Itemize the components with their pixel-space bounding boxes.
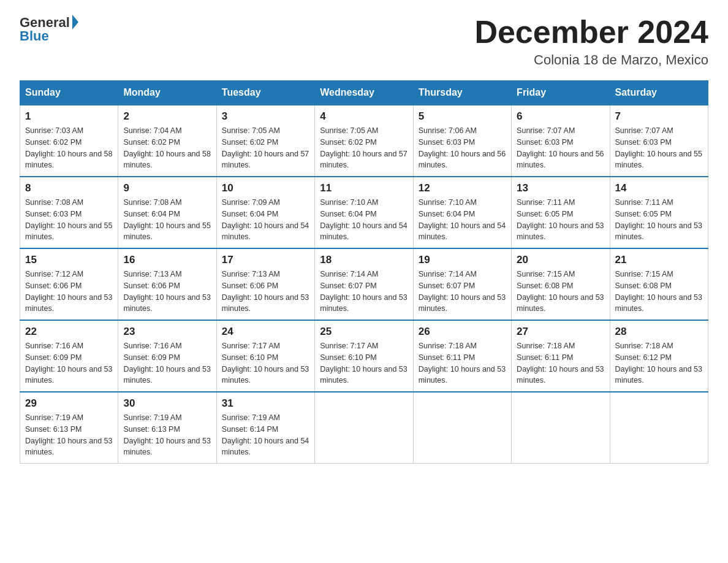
calendar-cell: 18 Sunrise: 7:14 AM Sunset: 6:07 PM Dayl…: [315, 248, 413, 320]
day-info: Sunrise: 7:18 AM Sunset: 6:11 PM Dayligh…: [419, 340, 506, 386]
day-number: 29: [25, 397, 113, 410]
day-info: Sunrise: 7:07 AM Sunset: 6:03 PM Dayligh…: [615, 125, 703, 171]
calendar-cell: 14 Sunrise: 7:11 AM Sunset: 6:05 PM Dayl…: [610, 177, 708, 248]
header-saturday: Saturday: [610, 81, 708, 105]
calendar-week-row-5: 29 Sunrise: 7:19 AM Sunset: 6:13 PM Dayl…: [20, 392, 708, 464]
day-info: Sunrise: 7:17 AM Sunset: 6:10 PM Dayligh…: [320, 340, 408, 386]
header-sunday: Sunday: [20, 81, 118, 105]
calendar-cell: 21 Sunrise: 7:15 AM Sunset: 6:08 PM Dayl…: [610, 248, 708, 320]
calendar-cell: 2 Sunrise: 7:04 AM Sunset: 6:02 PM Dayli…: [118, 105, 216, 177]
logo-arrow-icon: [72, 15, 78, 29]
calendar-cell: 5 Sunrise: 7:06 AM Sunset: 6:03 PM Dayli…: [413, 105, 511, 177]
day-number: 2: [123, 110, 211, 123]
day-number: 16: [123, 254, 211, 266]
day-info: Sunrise: 7:16 AM Sunset: 6:09 PM Dayligh…: [25, 340, 113, 386]
calendar-cell: 25 Sunrise: 7:17 AM Sunset: 6:10 PM Dayl…: [315, 320, 413, 392]
day-info: Sunrise: 7:18 AM Sunset: 6:11 PM Dayligh…: [517, 340, 604, 386]
calendar-cell: [315, 392, 413, 464]
month-title: December 2024: [474, 15, 708, 50]
header-monday: Monday: [118, 81, 216, 105]
calendar-week-row-4: 22 Sunrise: 7:16 AM Sunset: 6:09 PM Dayl…: [20, 320, 708, 392]
calendar-header-row: Sunday Monday Tuesday Wednesday Thursday…: [20, 81, 708, 105]
day-info: Sunrise: 7:18 AM Sunset: 6:12 PM Dayligh…: [615, 340, 703, 386]
day-number: 18: [320, 254, 408, 266]
day-info: Sunrise: 7:17 AM Sunset: 6:10 PM Dayligh…: [222, 340, 309, 386]
day-number: 22: [25, 326, 113, 338]
calendar-cell: 31 Sunrise: 7:19 AM Sunset: 6:14 PM Dayl…: [216, 392, 314, 464]
day-info: Sunrise: 7:15 AM Sunset: 6:08 PM Dayligh…: [517, 269, 604, 315]
calendar-cell: 4 Sunrise: 7:05 AM Sunset: 6:02 PM Dayli…: [315, 105, 413, 177]
header-friday: Friday: [512, 81, 610, 105]
day-info: Sunrise: 7:03 AM Sunset: 6:02 PM Dayligh…: [25, 125, 113, 171]
day-info: Sunrise: 7:19 AM Sunset: 6:13 PM Dayligh…: [25, 412, 113, 458]
title-section: December 2024 Colonia 18 de Marzo, Mexic…: [474, 15, 708, 68]
day-number: 5: [419, 110, 506, 123]
calendar-cell: 13 Sunrise: 7:11 AM Sunset: 6:05 PM Dayl…: [512, 177, 610, 248]
day-number: 6: [517, 110, 604, 123]
day-info: Sunrise: 7:04 AM Sunset: 6:02 PM Dayligh…: [123, 125, 211, 171]
calendar-cell: 20 Sunrise: 7:15 AM Sunset: 6:08 PM Dayl…: [512, 248, 610, 320]
calendar-cell: 9 Sunrise: 7:08 AM Sunset: 6:04 PM Dayli…: [118, 177, 216, 248]
day-info: Sunrise: 7:12 AM Sunset: 6:06 PM Dayligh…: [25, 269, 113, 315]
calendar-cell: 28 Sunrise: 7:18 AM Sunset: 6:12 PM Dayl…: [610, 320, 708, 392]
calendar-week-row-2: 8 Sunrise: 7:08 AM Sunset: 6:03 PM Dayli…: [20, 177, 708, 248]
day-number: 9: [123, 182, 211, 194]
day-info: Sunrise: 7:07 AM Sunset: 6:03 PM Dayligh…: [517, 125, 604, 171]
day-number: 21: [615, 254, 703, 266]
day-number: 10: [222, 182, 309, 194]
day-info: Sunrise: 7:06 AM Sunset: 6:03 PM Dayligh…: [419, 125, 506, 171]
day-info: Sunrise: 7:16 AM Sunset: 6:09 PM Dayligh…: [123, 340, 211, 386]
calendar-cell: 11 Sunrise: 7:10 AM Sunset: 6:04 PM Dayl…: [315, 177, 413, 248]
calendar-cell: 8 Sunrise: 7:08 AM Sunset: 6:03 PM Dayli…: [20, 177, 118, 248]
day-number: 4: [320, 110, 408, 123]
calendar-cell: [610, 392, 708, 464]
calendar-cell: 7 Sunrise: 7:07 AM Sunset: 6:03 PM Dayli…: [610, 105, 708, 177]
day-info: Sunrise: 7:05 AM Sunset: 6:02 PM Dayligh…: [222, 125, 309, 171]
day-number: 20: [517, 254, 604, 266]
calendar-cell: 15 Sunrise: 7:12 AM Sunset: 6:06 PM Dayl…: [20, 248, 118, 320]
day-number: 8: [25, 182, 113, 194]
day-info: Sunrise: 7:14 AM Sunset: 6:07 PM Dayligh…: [419, 269, 506, 315]
calendar-cell: [512, 392, 610, 464]
day-number: 31: [222, 397, 309, 410]
calendar-week-row-1: 1 Sunrise: 7:03 AM Sunset: 6:02 PM Dayli…: [20, 105, 708, 177]
day-number: 3: [222, 110, 309, 123]
day-info: Sunrise: 7:08 AM Sunset: 6:04 PM Dayligh…: [123, 197, 211, 243]
calendar-cell: 10 Sunrise: 7:09 AM Sunset: 6:04 PM Dayl…: [216, 177, 314, 248]
calendar-cell: 22 Sunrise: 7:16 AM Sunset: 6:09 PM Dayl…: [20, 320, 118, 392]
day-number: 14: [615, 182, 703, 194]
day-info: Sunrise: 7:13 AM Sunset: 6:06 PM Dayligh…: [222, 269, 309, 315]
day-number: 1: [25, 110, 113, 123]
calendar-week-row-3: 15 Sunrise: 7:12 AM Sunset: 6:06 PM Dayl…: [20, 248, 708, 320]
day-info: Sunrise: 7:19 AM Sunset: 6:14 PM Dayligh…: [222, 412, 309, 458]
day-number: 23: [123, 326, 211, 338]
day-number: 13: [517, 182, 604, 194]
day-info: Sunrise: 7:05 AM Sunset: 6:02 PM Dayligh…: [320, 125, 408, 171]
calendar-cell: 19 Sunrise: 7:14 AM Sunset: 6:07 PM Dayl…: [413, 248, 511, 320]
day-number: 7: [615, 110, 703, 123]
location-subtitle: Colonia 18 de Marzo, Mexico: [474, 52, 708, 68]
day-number: 24: [222, 326, 309, 338]
calendar-cell: 26 Sunrise: 7:18 AM Sunset: 6:11 PM Dayl…: [413, 320, 511, 392]
logo-blue-text: Blue: [20, 28, 49, 44]
day-info: Sunrise: 7:11 AM Sunset: 6:05 PM Dayligh…: [517, 197, 604, 243]
day-number: 30: [123, 397, 211, 410]
day-info: Sunrise: 7:10 AM Sunset: 6:04 PM Dayligh…: [320, 197, 408, 243]
calendar-cell: 30 Sunrise: 7:19 AM Sunset: 6:13 PM Dayl…: [118, 392, 216, 464]
calendar-cell: [413, 392, 511, 464]
day-number: 15: [25, 254, 113, 266]
calendar-cell: 23 Sunrise: 7:16 AM Sunset: 6:09 PM Dayl…: [118, 320, 216, 392]
day-number: 11: [320, 182, 408, 194]
calendar-cell: 3 Sunrise: 7:05 AM Sunset: 6:02 PM Dayli…: [216, 105, 314, 177]
day-number: 12: [419, 182, 506, 194]
day-number: 28: [615, 326, 703, 338]
day-info: Sunrise: 7:09 AM Sunset: 6:04 PM Dayligh…: [222, 197, 309, 243]
day-info: Sunrise: 7:14 AM Sunset: 6:07 PM Dayligh…: [320, 269, 408, 315]
header-tuesday: Tuesday: [216, 81, 314, 105]
day-info: Sunrise: 7:15 AM Sunset: 6:08 PM Dayligh…: [615, 269, 703, 315]
calendar-cell: 17 Sunrise: 7:13 AM Sunset: 6:06 PM Dayl…: [216, 248, 314, 320]
day-info: Sunrise: 7:11 AM Sunset: 6:05 PM Dayligh…: [615, 197, 703, 243]
day-number: 26: [419, 326, 506, 338]
calendar-cell: 16 Sunrise: 7:13 AM Sunset: 6:06 PM Dayl…: [118, 248, 216, 320]
calendar-cell: 6 Sunrise: 7:07 AM Sunset: 6:03 PM Dayli…: [512, 105, 610, 177]
